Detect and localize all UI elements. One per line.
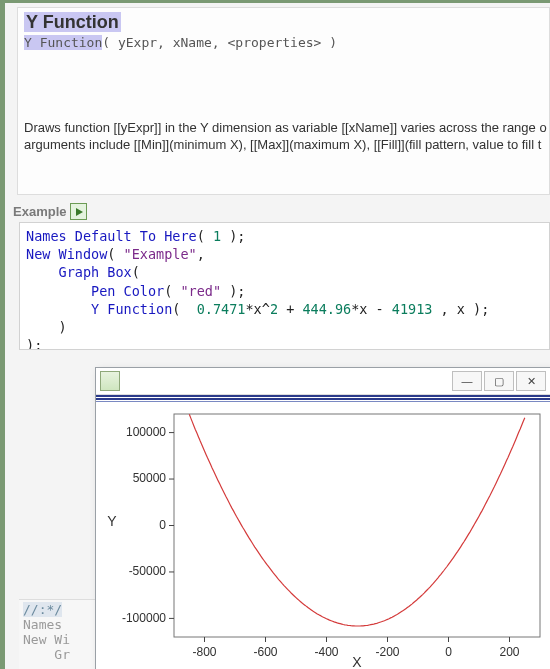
window-separator xyxy=(96,395,550,402)
svg-text:X: X xyxy=(352,654,362,669)
svg-text:-600: -600 xyxy=(253,645,277,659)
chart-area: -100000-50000050000100000-800-600-400-20… xyxy=(96,402,550,669)
svg-marker-0 xyxy=(76,208,83,216)
editor-line-2: New Wi xyxy=(23,632,70,647)
window-close-button[interactable]: ✕ xyxy=(516,371,546,391)
chart-svg: -100000-50000050000100000-800-600-400-20… xyxy=(96,402,550,669)
window-app-icon xyxy=(100,371,120,391)
svg-text:Y: Y xyxy=(107,513,117,529)
svg-text:0: 0 xyxy=(159,518,166,532)
example-label: Example xyxy=(13,204,66,219)
app-frame: Y Function Y Function( yExpr, xName, <pr… xyxy=(0,0,550,669)
editor-comment: //:*/ xyxy=(23,602,62,617)
window-minimize-button[interactable]: — xyxy=(452,371,482,391)
svg-text:50000: 50000 xyxy=(133,471,167,485)
svg-text:-50000: -50000 xyxy=(129,564,167,578)
run-example-icon[interactable] xyxy=(70,203,87,220)
svg-text:100000: 100000 xyxy=(126,425,166,439)
window-maximize-button[interactable]: ▢ xyxy=(484,371,514,391)
svg-text:-100000: -100000 xyxy=(122,611,166,625)
output-window[interactable]: — ▢ ✕ -100000-50000050000100000-800-600-… xyxy=(95,367,550,669)
svg-text:-400: -400 xyxy=(314,645,338,659)
description-line-1: Draws function [[yExpr]] in the Y dimens… xyxy=(24,120,549,135)
editor-line-1: Names xyxy=(23,617,70,632)
svg-text:0: 0 xyxy=(445,645,452,659)
svg-text:-200: -200 xyxy=(375,645,399,659)
signature-function: Y Function xyxy=(24,35,102,50)
signature: Y Function( yExpr, xName, <properties> ) xyxy=(24,35,549,50)
example-header: Example xyxy=(13,203,550,220)
signature-args: ( yExpr, xName, <properties> ) xyxy=(102,35,337,50)
documentation-panel: Y Function Y Function( yExpr, xName, <pr… xyxy=(17,7,550,195)
svg-text:-800: -800 xyxy=(192,645,216,659)
example-code[interactable]: Names Default To Here( 1 ); New Window( … xyxy=(19,222,550,350)
editor-line-3: Gr xyxy=(23,647,70,662)
output-window-titlebar[interactable]: — ▢ ✕ xyxy=(96,368,550,395)
svg-rect-1 xyxy=(174,414,540,637)
page-title: Y Function xyxy=(24,12,121,32)
description-line-2: arguments include [[Min]](minimum X), [[… xyxy=(24,137,549,152)
svg-text:200: 200 xyxy=(499,645,519,659)
